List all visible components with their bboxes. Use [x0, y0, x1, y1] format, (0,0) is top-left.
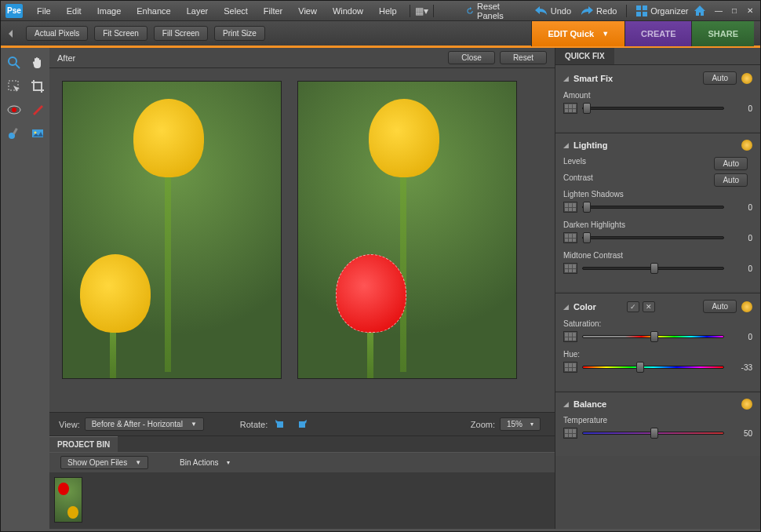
project-bin-tab[interactable]: PROJECT BIN: [49, 436, 118, 452]
lighten-shadows-slider[interactable]: [582, 206, 724, 209]
reset-panels-button[interactable]: Reset Panels: [466, 2, 514, 20]
crop-tool[interactable]: [27, 76, 48, 97]
chevron-down-icon: ▼: [602, 30, 609, 38]
saturation-slider[interactable]: [582, 335, 724, 338]
preset-grid-icon[interactable]: [563, 362, 577, 373]
triangle-left-icon[interactable]: [7, 30, 15, 38]
edit-quick-tab[interactable]: EDIT Quick▼: [531, 21, 624, 46]
section-title: Smart Fix: [573, 74, 703, 83]
cancel-icon[interactable]: ✕: [643, 301, 655, 312]
tip-icon[interactable]: [741, 399, 752, 410]
svg-rect-3: [643, 12, 647, 16]
contrast-label: Contrast: [563, 173, 593, 187]
close-window-button[interactable]: ✕: [745, 5, 756, 16]
app-logo: Pse: [5, 4, 23, 18]
levels-auto-button[interactable]: Auto: [714, 157, 748, 170]
temperature-label: Temperature: [563, 416, 752, 425]
collapse-icon[interactable]: ◢: [563, 303, 569, 311]
temperature-slider[interactable]: [582, 432, 724, 435]
darken-highlights-label: Darken Highlights: [563, 220, 752, 229]
collapse-icon[interactable]: ◢: [563, 400, 569, 408]
section-title: Balance: [573, 399, 741, 409]
preset-grid-icon[interactable]: [563, 202, 577, 213]
svg-point-4: [9, 57, 16, 65]
preset-grid-icon[interactable]: [563, 263, 577, 274]
amount-value: 0: [729, 104, 752, 113]
zoom-tool[interactable]: [4, 53, 24, 73]
canvas-panel: After Close Reset View: Before & After -…: [49, 48, 555, 529]
temperature-value: 50: [729, 429, 752, 438]
svg-rect-2: [636, 12, 641, 16]
midtone-value: 0: [729, 264, 752, 273]
svg-line-5: [16, 64, 20, 68]
bin-thumbnail[interactable]: [54, 477, 82, 523]
create-tab[interactable]: CREATE: [624, 21, 691, 46]
layout-icon[interactable]: ▦▾: [414, 3, 428, 19]
grid-icon: [636, 5, 647, 16]
hue-slider[interactable]: [582, 366, 724, 369]
quick-fix-tab[interactable]: QUICK FIX: [555, 48, 614, 64]
menu-help[interactable]: Help: [371, 3, 405, 19]
contrast-auto-button[interactable]: Auto: [714, 173, 748, 187]
fit-screen-button[interactable]: Fit Screen: [94, 26, 147, 41]
menu-select[interactable]: Select: [216, 3, 256, 19]
darken-highlights-slider[interactable]: [582, 236, 724, 239]
menu-edit[interactable]: Edit: [59, 3, 89, 19]
amount-slider[interactable]: [582, 107, 724, 110]
view-mode-dropdown[interactable]: Before & After - Horizontal▼: [85, 417, 204, 431]
tip-icon[interactable]: [741, 301, 752, 312]
midtone-contrast-slider[interactable]: [582, 267, 724, 270]
menu-image[interactable]: Image: [89, 3, 129, 19]
collapse-icon[interactable]: ◢: [563, 75, 569, 82]
close-button[interactable]: Close: [448, 51, 495, 64]
fill-screen-button[interactable]: Fill Screen: [154, 26, 208, 41]
svg-rect-14: [299, 421, 305, 428]
zoom-dropdown[interactable]: 15%▾: [500, 417, 541, 431]
minimize-button[interactable]: —: [713, 5, 724, 16]
menu-filter[interactable]: Filter: [256, 3, 290, 19]
preset-grid-icon[interactable]: [563, 428, 577, 439]
actual-pixels-button[interactable]: Actual Pixels: [26, 26, 88, 41]
whiten-teeth-tool[interactable]: [27, 100, 48, 120]
bin-actions-dropdown[interactable]: Bin Actions▾: [173, 457, 235, 468]
darken-value: 0: [729, 234, 752, 242]
smart-fix-auto-button[interactable]: Auto: [703, 71, 737, 85]
rotate-left-icon[interactable]: [271, 417, 289, 432]
color-section: ◢ Color ✓ ✕ Auto Saturation: 0 Hue: -33: [555, 293, 760, 390]
brush-tool[interactable]: [4, 123, 24, 144]
color-auto-button[interactable]: Auto: [703, 300, 737, 313]
print-size-button[interactable]: Print Size: [214, 26, 265, 41]
menu-layer[interactable]: Layer: [179, 3, 217, 19]
preset-grid-icon[interactable]: [563, 103, 577, 114]
canvas-area[interactable]: [49, 68, 555, 412]
view-label: View:: [59, 420, 80, 429]
home-icon[interactable]: [693, 3, 707, 19]
rotate-right-icon[interactable]: [293, 417, 311, 432]
preset-grid-icon[interactable]: [563, 331, 577, 342]
red-eye-tool[interactable]: [4, 100, 24, 120]
quick-selection-tool[interactable]: [4, 76, 24, 97]
svg-rect-1: [643, 5, 647, 10]
photo-tool[interactable]: [27, 123, 48, 144]
share-tab[interactable]: SHARE: [691, 21, 754, 46]
undo-button[interactable]: Undo: [535, 6, 571, 16]
tip-icon[interactable]: [741, 140, 752, 151]
hand-tool[interactable]: [27, 53, 48, 73]
organizer-button[interactable]: Organizer: [636, 5, 688, 16]
menu-enhance[interactable]: Enhance: [129, 3, 178, 19]
menu-file[interactable]: File: [29, 3, 59, 19]
canvas-header-label: After: [57, 53, 75, 63]
preset-grid-icon[interactable]: [563, 232, 577, 243]
show-open-files-dropdown[interactable]: Show Open Files▼: [60, 456, 148, 469]
collapse-icon[interactable]: ◢: [563, 141, 569, 149]
commit-icon[interactable]: ✓: [627, 301, 639, 312]
redo-button[interactable]: Redo: [581, 6, 617, 16]
menu-view[interactable]: View: [290, 3, 325, 19]
smart-fix-section: ◢ Smart Fix Auto Amount 0: [555, 64, 760, 131]
reset-button[interactable]: Reset: [500, 51, 547, 64]
maximize-button[interactable]: □: [729, 5, 740, 16]
section-title: Color: [573, 302, 622, 312]
tip-icon[interactable]: [741, 73, 752, 84]
menu-window[interactable]: Window: [325, 3, 371, 19]
refresh-icon: [466, 5, 474, 16]
